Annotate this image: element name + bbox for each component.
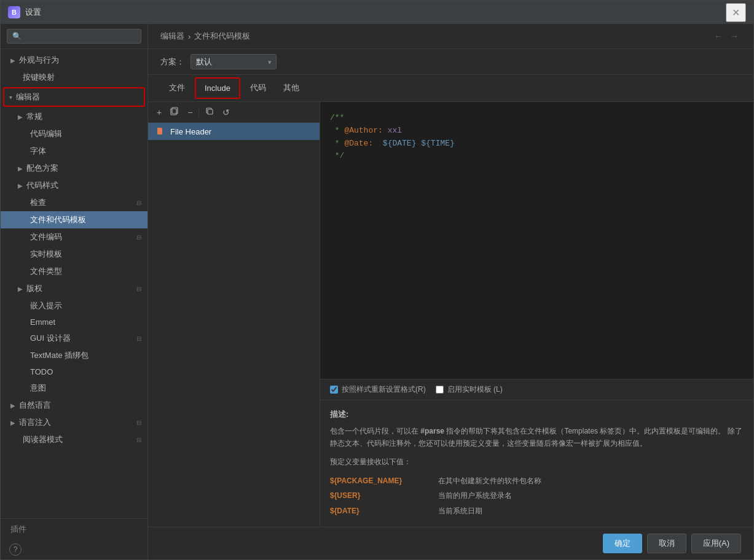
var-desc-3: 当前系统日期	[438, 505, 482, 517]
sidebar-item-textmate[interactable]: TextMate 插绑包	[1, 347, 147, 364]
template-list: File Header	[148, 123, 320, 527]
encoding-icon: ⊟	[136, 234, 141, 241]
sidebar-item-gui-designer[interactable]: GUI 设计器 ⊟	[1, 330, 147, 347]
title-bar: B 设置 ✕	[1, 1, 753, 24]
code-line-3: * @Date: ${DATE} ${TIME}	[330, 138, 744, 150]
sidebar-bottom: 插件	[1, 518, 147, 540]
tab-files[interactable]: 文件	[160, 77, 194, 99]
sidebar-item-code-style[interactable]: ▶ 代码样式	[1, 177, 147, 194]
template-toolbar: + − ↺	[148, 102, 320, 123]
sidebar-item-keymap[interactable]: 按键映射	[1, 69, 147, 86]
sidebar-item-natural-lang[interactable]: ▶ 自然语言	[1, 397, 147, 414]
sidebar-item-label: TextMate 插绑包	[30, 350, 88, 361]
code-line-1: /**	[330, 112, 744, 125]
var-name-2: ${USER}	[330, 489, 428, 502]
sidebar-item-general[interactable]: ▶ 常规	[1, 108, 147, 125]
sidebar: ▶ 外观与行为 按键映射 ▾ 编辑器 ▶ 常	[1, 24, 148, 559]
svg-rect-3	[208, 109, 213, 114]
settings-window: B 设置 ✕ ▶ 外观与行为 按键映射	[0, 0, 754, 560]
sidebar-item-code-editing[interactable]: 代码编辑	[1, 125, 147, 142]
breadcrumb-bar: 编辑器 › 文件和代码模板 ← →	[148, 24, 753, 49]
sidebar-item-font[interactable]: 字体	[1, 142, 147, 160]
sidebar-item-intentions[interactable]: 意图	[1, 379, 147, 397]
editor-section-border: ▾ 编辑器	[3, 87, 145, 107]
search-bar	[1, 24, 147, 49]
sidebar-item-label: 文件编码	[30, 231, 62, 243]
desc-title: 描述:	[330, 408, 744, 421]
tab-include[interactable]: Include	[195, 77, 240, 99]
var-desc-1: 在其中创建新文件的软件包名称	[438, 475, 541, 487]
gui-icon: ⊟	[136, 335, 141, 342]
sidebar-item-file-templates[interactable]: 文件和代码模板	[1, 211, 147, 228]
ok-button[interactable]: 确定	[603, 534, 642, 553]
tabs-row: 文件 Include 代码 其他	[148, 75, 753, 102]
sidebar-item-color-scheme[interactable]: ▶ 配色方案	[1, 160, 147, 177]
sidebar-item-appearance[interactable]: ▶ 外观与行为	[1, 52, 147, 69]
window-title: 设置	[25, 7, 41, 18]
apply-button[interactable]: 应用(A)	[691, 534, 741, 553]
sidebar-item-label: 阅读器模式	[23, 434, 63, 445]
reset-template-button[interactable]: ↺	[220, 106, 232, 119]
plugins-label: 插件	[10, 524, 26, 535]
breadcrumb-part2: 文件和代码模板	[194, 31, 250, 42]
close-button[interactable]: ✕	[726, 3, 746, 22]
live-template-checkbox[interactable]	[436, 386, 444, 394]
var-row-2: ${USER} 当前的用户系统登录名	[330, 489, 744, 502]
back-button[interactable]: ←	[712, 30, 725, 42]
search-input[interactable]	[7, 29, 141, 44]
code-editor[interactable]: /** * @Author: xxl * @Date:	[320, 102, 753, 379]
live-template-checkbox-row: 启用实时模板 (L)	[436, 384, 503, 395]
arrow-icon: ▶	[18, 286, 23, 292]
template-item-file-header[interactable]: File Header	[148, 123, 320, 140]
sidebar-item-inspection[interactable]: 检查 ⊟	[1, 194, 147, 211]
sidebar-item-copyright[interactable]: ▶ 版权 ⊟	[1, 280, 147, 297]
sidebar-item-label: 实时模板	[30, 249, 62, 260]
tab-other[interactable]: 其他	[275, 77, 308, 99]
sidebar-item-label: TODO	[30, 367, 53, 376]
var-row-3: ${DATE} 当前系统日期	[330, 505, 744, 517]
sidebar-item-label: 代码编辑	[30, 128, 62, 139]
cancel-button[interactable]: 取消	[647, 534, 686, 553]
reformat-checkbox[interactable]	[330, 386, 338, 394]
sidebar-item-label: 版权	[26, 283, 42, 294]
sidebar-item-emmet[interactable]: Emmet	[1, 314, 147, 330]
clone-template-button[interactable]	[203, 106, 216, 119]
sidebar-item-file-encoding[interactable]: 文件编码 ⊟	[1, 228, 147, 246]
remove-template-button[interactable]: −	[185, 106, 195, 119]
var-row-1: ${PACKAGE_NAME} 在其中创建新文件的软件包名称	[330, 475, 744, 487]
add-template-button[interactable]: +	[154, 106, 164, 119]
copy-template-button[interactable]	[168, 106, 181, 119]
reader-mode-icon: ⊟	[136, 437, 141, 443]
sidebar-item-label: 外观与行为	[19, 55, 59, 66]
scheme-select[interactable]: 默认	[190, 54, 277, 69]
sidebar-item-label: 配色方案	[26, 163, 58, 174]
sidebar-item-label: 语言注入	[19, 417, 51, 428]
help-icon[interactable]: ?	[9, 543, 22, 556]
desc-text: 包含一个代码片段，可以在 #parse 指令的帮助下将其包含在文件模板（Temp…	[330, 425, 744, 450]
sidebar-item-lang-inject[interactable]: ▶ 语言注入 ⊟	[1, 414, 147, 431]
var-table: ${PACKAGE_NAME} 在其中创建新文件的软件包名称 ${USER} 当…	[330, 475, 744, 517]
app-icon: B	[8, 6, 20, 18]
arrow-icon: ▾	[9, 94, 12, 101]
tab-code[interactable]: 代码	[242, 77, 275, 99]
toolbar-divider	[198, 107, 199, 117]
var-name-1: ${PACKAGE_NAME}	[330, 475, 428, 487]
sidebar-item-live-templates[interactable]: 实时模板	[1, 246, 147, 263]
sidebar-item-label: 代码样式	[26, 180, 58, 191]
forward-button[interactable]: →	[728, 30, 741, 42]
sidebar-item-label: 编辑器	[16, 91, 40, 103]
sidebar-item-file-types[interactable]: 文件类型	[1, 263, 147, 280]
clone-icon	[205, 107, 214, 115]
arrow-icon: ▶	[10, 419, 15, 426]
editor-panel: /** * @Author: xxl * @Date:	[320, 102, 753, 527]
sidebar-item-reader-mode[interactable]: 阅读器模式 ⊟	[1, 431, 147, 448]
sidebar-item-editor[interactable]: ▾ 编辑器	[4, 88, 144, 106]
dialog-footer: 确定 取消 应用(A)	[148, 527, 753, 559]
sidebar-item-inlay-hints[interactable]: 嵌入提示	[1, 297, 147, 314]
sidebar-item-label: 意图	[30, 383, 46, 394]
sidebar-item-todo[interactable]: TODO	[1, 364, 147, 379]
scheme-label: 方案：	[160, 56, 184, 68]
sidebar-item-label: GUI 设计器	[30, 333, 71, 344]
reformat-label: 按照样式重新设置格式(R)	[342, 384, 426, 395]
inspection-icon: ⊟	[136, 200, 141, 206]
